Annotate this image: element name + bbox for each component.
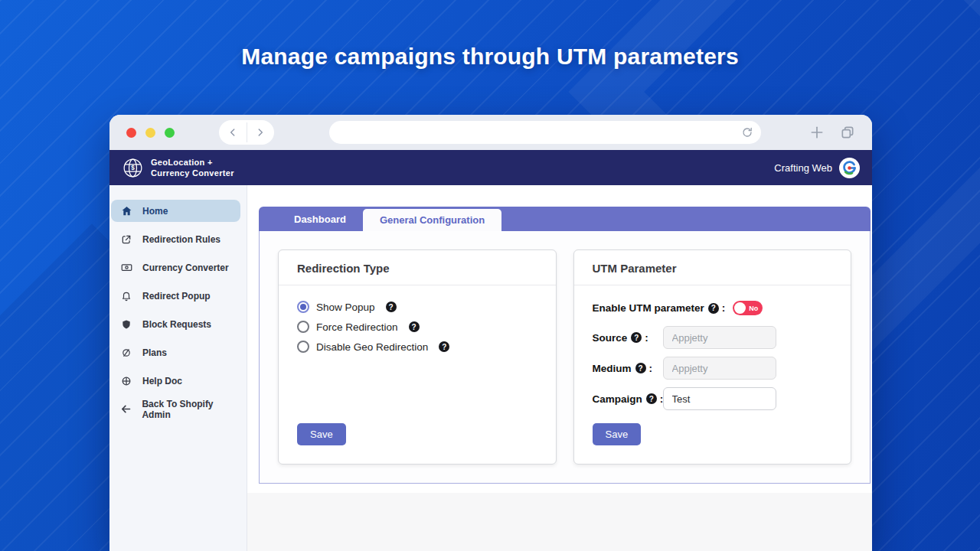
radio-label: Force Redirection <box>316 321 398 333</box>
campaign-field-row: Campaign ? : <box>593 387 833 410</box>
sidebar-item-plans[interactable]: Plans <box>111 341 240 364</box>
radio-button[interactable] <box>297 301 309 313</box>
help-icon[interactable]: ? <box>708 303 719 314</box>
card-header: Redirection Type <box>279 250 556 285</box>
browser-chrome <box>109 115 872 150</box>
redirection-save-button[interactable]: Save <box>297 423 346 445</box>
tab-overview-button[interactable] <box>840 125 855 140</box>
app-name-line2: Currency Converter <box>151 168 234 178</box>
radio-button[interactable] <box>297 321 309 333</box>
help-icon[interactable]: ? <box>439 341 449 352</box>
partner-brand: Crafting Web <box>774 158 860 178</box>
help-icon[interactable]: ? <box>409 321 420 332</box>
address-bar[interactable] <box>329 121 761 144</box>
back-button[interactable] <box>220 127 246 138</box>
card-title: Redirection Type <box>297 262 537 275</box>
enable-utm-row: Enable UTM parameter ? : No <box>593 301 833 315</box>
sidebar-item-label: Currency Converter <box>142 262 229 273</box>
external-link-icon <box>120 234 132 245</box>
sidebar-item-label: Home <box>142 206 168 217</box>
refresh-button[interactable] <box>741 126 753 139</box>
tab-label: General Configuration <box>380 214 485 226</box>
card-title: UTM Parameter <box>593 262 833 275</box>
close-window-button[interactable] <box>126 128 136 138</box>
nav-buttons <box>219 120 274 145</box>
toggle-state-label: No <box>749 305 758 312</box>
forward-button[interactable] <box>247 127 273 138</box>
sidebar-item-redirect-popup[interactable]: Redirect Popup <box>111 285 240 307</box>
chevron-right-icon <box>255 127 266 138</box>
redirection-type-card: Redirection Type Show Popup ? Force Redi… <box>278 249 557 465</box>
help-icon[interactable]: ? <box>635 363 646 373</box>
tab-panel: Redirection Type Show Popup ? Force Redi… <box>259 231 871 484</box>
sidebar-item-back-to-shopify-admin[interactable]: Back To Shopify Admin <box>111 398 240 420</box>
medium-input[interactable] <box>663 357 776 380</box>
campaign-label: Campaign ? : <box>593 393 663 405</box>
new-tab-button[interactable] <box>809 125 825 140</box>
card-body: Enable UTM parameter ? : No <box>574 285 851 464</box>
sidebar-item-redirection-rules[interactable]: Redirection Rules <box>111 228 240 250</box>
radio-option-show-popup[interactable]: Show Popup ? <box>297 301 537 313</box>
medium-label: Medium ? : <box>593 363 663 374</box>
partner-name: Crafting Web <box>774 162 832 174</box>
arrow-left-icon <box>120 403 132 415</box>
label-text: Source <box>593 332 628 344</box>
banknote-icon <box>120 262 132 273</box>
tab-container: Dashboard General Configuration Redirect… <box>259 207 871 484</box>
label-text: Medium <box>593 363 632 374</box>
help-icon[interactable]: ? <box>646 393 657 404</box>
enable-utm-toggle[interactable]: No <box>733 301 763 315</box>
sidebar-item-currency-converter[interactable]: Currency Converter <box>111 256 240 279</box>
campaign-input[interactable] <box>663 387 776 410</box>
card-header: UTM Parameter <box>574 250 851 285</box>
shield-icon <box>120 319 132 330</box>
radio-label: Show Popup <box>316 302 375 313</box>
tab-bar: Dashboard General Configuration <box>259 207 871 231</box>
toggle-knob <box>734 302 746 314</box>
source-input[interactable] <box>663 326 776 349</box>
radio-button[interactable] <box>297 341 309 353</box>
maximize-window-button[interactable] <box>165 128 175 138</box>
enable-utm-label: Enable UTM parameter ? : <box>593 302 726 314</box>
browser-window: $ GeoLocation + Currency Converter Craft… <box>109 115 872 551</box>
source-field-row: Source ? : <box>593 326 833 349</box>
chrome-right-controls <box>809 125 855 140</box>
app-brand: $ GeoLocation + Currency Converter <box>122 157 234 179</box>
sidebar: Home Redirection Rules Currency Converte… <box>109 185 247 551</box>
help-icon[interactable]: ? <box>631 332 642 343</box>
sidebar-item-label: Redirect Popup <box>142 291 211 302</box>
content-area: Home Redirection Rules Currency Converte… <box>109 185 872 551</box>
app-name: GeoLocation + Currency Converter <box>151 157 234 179</box>
tab-general-configuration[interactable]: General Configuration <box>363 209 501 231</box>
refresh-icon <box>741 126 753 139</box>
help-icon[interactable]: ? <box>386 302 397 312</box>
page-title: Manage campaigns through UTM parameters <box>0 44 980 70</box>
globe-currency-icon: $ <box>122 157 144 179</box>
radio-option-force-redirection[interactable]: Force Redirection ? <box>297 321 537 333</box>
tab-dashboard[interactable]: Dashboard <box>277 207 363 231</box>
sidebar-item-block-requests[interactable]: Block Requests <box>111 313 240 335</box>
sidebar-item-label: Block Requests <box>142 319 211 330</box>
colon: : <box>649 363 653 374</box>
home-icon <box>120 205 132 217</box>
url-input[interactable] <box>337 121 741 144</box>
bell-icon <box>120 291 132 302</box>
app-header: $ GeoLocation + Currency Converter Craft… <box>109 150 872 185</box>
card-body: Show Popup ? Force Redirection ? Disable… <box>279 285 556 464</box>
sidebar-item-home[interactable]: Home <box>111 200 240 222</box>
tab-label: Dashboard <box>294 214 346 225</box>
utm-save-button[interactable]: Save <box>593 423 642 445</box>
utm-parameter-card: UTM Parameter Enable UTM parameter ? : <box>573 249 852 465</box>
circle-slash-icon <box>120 347 132 358</box>
sidebar-item-label: Redirection Rules <box>142 234 220 245</box>
main-area: Dashboard General Configuration Redirect… <box>247 185 872 551</box>
window-controls <box>126 128 175 138</box>
tabs-icon <box>840 125 855 140</box>
radio-label: Disable Geo Redirection <box>316 341 428 353</box>
minimize-window-button[interactable] <box>145 128 155 138</box>
radio-option-disable-geo-redirection[interactable]: Disable Geo Redirection ? <box>297 341 537 353</box>
sidebar-item-help-doc[interactable]: Help Doc <box>111 370 240 392</box>
medium-field-row: Medium ? : <box>593 357 833 380</box>
colon: : <box>645 332 648 344</box>
content-background <box>247 493 872 551</box>
